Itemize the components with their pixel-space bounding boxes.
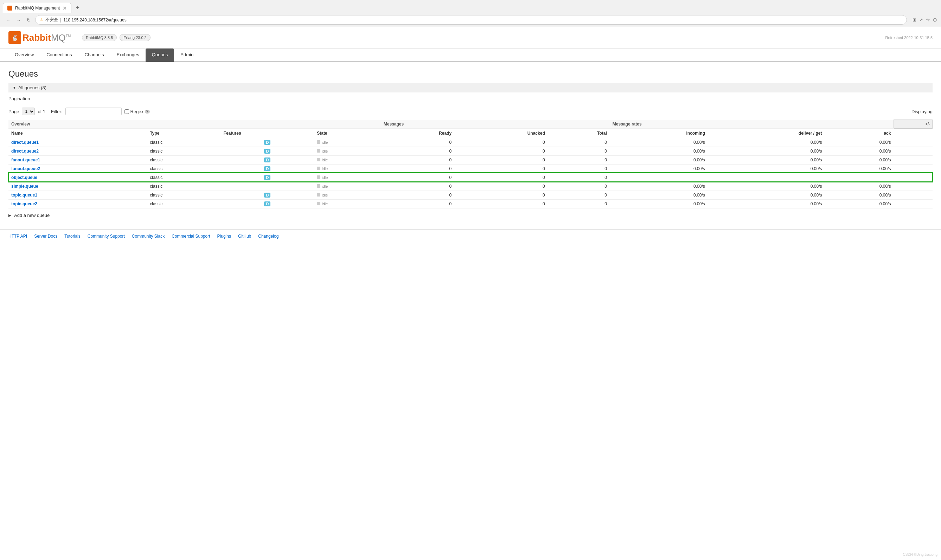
- queue-link[interactable]: fanout.queue2: [11, 166, 40, 171]
- cell-name[interactable]: direct.queue1: [8, 138, 147, 146]
- cell-deliver-get: 0.00/s: [708, 155, 825, 164]
- table-row[interactable]: direct.queue2 classic D idle 0 0 0 0.00/…: [8, 146, 933, 155]
- queue-link[interactable]: topic.queue1: [11, 193, 37, 198]
- page-select[interactable]: 1: [22, 108, 35, 115]
- cell-features: D: [221, 146, 314, 155]
- share-icon[interactable]: ↗: [919, 17, 923, 23]
- tab-title: RabbitMQ Management: [15, 6, 60, 11]
- footer-link-community-slack[interactable]: Community Slack: [132, 234, 165, 239]
- cell-incoming: 0.00/s: [610, 138, 708, 146]
- url-bar[interactable]: ⚠ 不安全 | 118.195.240.188:15672/#/queues: [35, 15, 907, 25]
- of-label: of 1: [38, 109, 45, 114]
- state-icon: [317, 149, 320, 152]
- extension-icon[interactable]: ⬡: [933, 17, 937, 23]
- footer-link-server-docs[interactable]: Server Docs: [34, 234, 57, 239]
- add-queue-section[interactable]: ▶ Add a new queue: [8, 208, 933, 222]
- table-row[interactable]: fanout.queue1 classic D idle 0 0 0 0.00/…: [8, 155, 933, 164]
- state-text: idle: [322, 158, 328, 162]
- cell-name[interactable]: fanout.queue2: [8, 164, 147, 173]
- cell-name[interactable]: fanout.queue1: [8, 155, 147, 164]
- footer-link-changelog[interactable]: Changelog: [258, 234, 279, 239]
- browser-tab[interactable]: RabbitMQ Management ✕: [3, 3, 71, 13]
- footer-link-tutorials[interactable]: Tutorials: [64, 234, 80, 239]
- cell-state: idle: [314, 182, 381, 191]
- col-unacked: Unacked: [454, 128, 548, 138]
- nav-connections[interactable]: Connections: [40, 49, 78, 62]
- plus-minus-btn[interactable]: +/-: [893, 120, 932, 129]
- cell-name[interactable]: simple.queue: [8, 182, 147, 191]
- table-row[interactable]: direct.queue1 classic D idle 0 0 0 0.00/…: [8, 138, 933, 146]
- nav-queues[interactable]: Queues: [146, 49, 174, 62]
- page-title: Queues: [8, 69, 933, 79]
- pagination-label: Pagination: [8, 92, 933, 103]
- cell-name[interactable]: topic.queue2: [8, 199, 147, 208]
- queue-link[interactable]: direct.queue2: [11, 149, 39, 154]
- nav-overview[interactable]: Overview: [8, 49, 40, 62]
- nav-exchanges[interactable]: Exchanges: [110, 49, 145, 62]
- tab-close-button[interactable]: ✕: [63, 5, 67, 11]
- new-tab-button[interactable]: +: [73, 3, 82, 13]
- footer-link-github[interactable]: GitHub: [238, 234, 251, 239]
- back-button[interactable]: ←: [4, 16, 12, 24]
- queue-link[interactable]: topic.queue2: [11, 202, 37, 206]
- cell-ready: 0: [381, 191, 454, 199]
- bookmark-icon[interactable]: ☆: [926, 17, 930, 23]
- state-text: idle: [322, 167, 328, 171]
- overview-section-header: Overview: [8, 120, 381, 129]
- table-row[interactable]: topic.queue2 classic D idle 0 0 0 0.00/s…: [8, 199, 933, 208]
- state-text: idle: [322, 202, 328, 206]
- erlang-version-badge: Erlang 23.0.2: [120, 34, 150, 41]
- cell-unacked: 0: [454, 173, 548, 182]
- cell-type: classic: [147, 191, 220, 199]
- cell-state: idle: [314, 191, 381, 199]
- col-name: Name: [8, 128, 147, 138]
- queue-link[interactable]: simple.queue: [11, 184, 39, 189]
- cell-ready: 0: [381, 155, 454, 164]
- cell-deliver-get: 0.00/s: [708, 182, 825, 191]
- nav-admin[interactable]: Admin: [174, 49, 200, 62]
- cell-name[interactable]: object.queue: [8, 173, 147, 182]
- col-ready: Ready: [381, 128, 454, 138]
- state-text: idle: [322, 193, 328, 197]
- forward-button[interactable]: →: [15, 16, 23, 24]
- page-label: Page: [8, 109, 19, 114]
- cell-total: 0: [548, 182, 610, 191]
- cell-name[interactable]: topic.queue1: [8, 191, 147, 199]
- rmq-logo-text: RabbitMQTM: [23, 32, 71, 43]
- state-icon: [317, 184, 320, 188]
- nav-channels[interactable]: Channels: [78, 49, 110, 62]
- cell-type: classic: [147, 173, 220, 182]
- table-row[interactable]: topic.queue1 classic D idle 0 0 0 0.00/s…: [8, 191, 933, 199]
- footer-link-http-api[interactable]: HTTP API: [8, 234, 27, 239]
- cell-unacked: 0: [454, 146, 548, 155]
- pagination: Page 1 of 1 - Filter: Regex ? Displaying: [8, 103, 933, 120]
- reload-button[interactable]: ↻: [25, 16, 32, 24]
- cell-ack: [825, 173, 894, 182]
- regex-help[interactable]: ?: [145, 110, 150, 114]
- cell-deliver-get: 0.00/s: [708, 146, 825, 155]
- translate-icon[interactable]: ⊞: [913, 17, 916, 23]
- footer-link-commercial-support[interactable]: Commercial Support: [172, 234, 210, 239]
- footer-link-community-support[interactable]: Community Support: [88, 234, 125, 239]
- regex-checkbox[interactable]: [125, 109, 129, 114]
- queue-link[interactable]: direct.queue1: [11, 140, 39, 145]
- all-queues-section[interactable]: ▼ All queues (8): [8, 83, 933, 92]
- displaying-text: Displaying: [912, 109, 933, 114]
- cell-features: D: [221, 164, 314, 173]
- refresh-text: Refreshed 2022-10-31 15:5: [885, 35, 933, 40]
- queue-link[interactable]: fanout.queue1: [11, 157, 40, 162]
- cell-spacer: [893, 146, 932, 155]
- footer-link-plugins[interactable]: Plugins: [217, 234, 231, 239]
- cell-incoming: 0.00/s: [610, 182, 708, 191]
- filter-input[interactable]: [65, 108, 122, 115]
- cell-name[interactable]: direct.queue2: [8, 146, 147, 155]
- cell-spacer: [893, 199, 932, 208]
- table-row[interactable]: object.queue classic D idle 0 0 0: [8, 173, 933, 182]
- table-row[interactable]: fanout.queue2 classic D idle 0 0 0 0.00/…: [8, 164, 933, 173]
- cell-state: idle: [314, 155, 381, 164]
- queue-link[interactable]: object.queue: [11, 175, 37, 180]
- col-spacer: [893, 128, 932, 138]
- cell-incoming: [610, 173, 708, 182]
- d-badge: D: [264, 193, 270, 198]
- table-row[interactable]: simple.queue classic idle 0 0 0 0.00/s 0…: [8, 182, 933, 191]
